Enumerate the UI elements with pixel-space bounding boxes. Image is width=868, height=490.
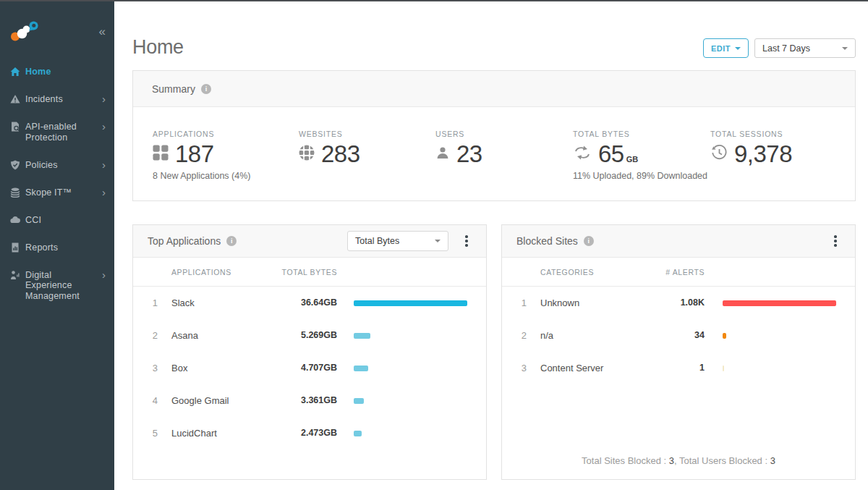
stat-users: USERS 23 [435,130,573,181]
chevron-right-icon: › [102,187,106,198]
row-name: n/a [540,319,553,352]
row-value: 3.361GB [245,384,337,417]
sidebar-nav: Home Incidents › API-enabled Protection … [0,67,114,318]
table-row[interactable]: 1Slack36.64GB [133,287,486,319]
row-rank: 2 [515,319,527,352]
chevron-right-icon: › [102,160,106,170]
sidebar-item-label: Home [25,67,51,77]
row-rank: 3 [146,352,158,384]
row-bar [354,333,370,339]
stat-label: USERS [435,130,573,138]
summary-title: Summary [152,83,195,95]
table-row[interactable]: 4Google Gmail3.361GB [133,384,486,417]
page-title: Home [132,36,184,59]
blocked-sites-footer: Total Sites Blocked : 3, Total Users Blo… [502,455,855,466]
blocked-sites-card: Blocked Sites i CATEGORIES # ALERTS 1Unk… [501,224,856,480]
caret-down-icon [735,47,741,50]
table-row[interactable]: 3Content Server1 [502,352,855,384]
user-icon [435,145,450,163]
database-icon [10,187,20,198]
globe-icon [299,145,315,164]
column-header-total-bytes: TOTAL BYTES [245,268,337,276]
table-row[interactable]: 5LucidChart2.473GB [133,417,486,449]
stat-total-sessions: TOTAL SESSIONS 9,378 [710,130,855,181]
info-icon[interactable]: i [201,84,211,94]
netskope-logo[interactable] [10,20,39,45]
row-value: 34 [614,319,705,352]
row-bar [354,300,467,306]
grid-icon [153,145,169,164]
row-rank: 2 [146,319,158,352]
column-header-applications: APPLICATIONS [171,268,231,276]
row-name: Google Gmail [171,384,229,417]
top-applications-header: Top Applications i Total Bytes [133,225,486,258]
sidebar-item-label: Incidents [25,94,63,105]
row-name: Slack [171,287,195,319]
stat-label: TOTAL SESSIONS [710,130,855,138]
sidebar-item-label: Reports [25,242,58,253]
sidebar-item-policies[interactable]: Policies › [0,160,114,171]
table-row[interactable]: 2Asana5.269GB [133,319,486,352]
table-row[interactable]: 2n/a34 [502,319,855,352]
caret-down-icon [435,240,441,242]
caret-down-icon [842,47,848,50]
row-value: 1.08K [614,287,705,319]
alert-triangle-icon [10,94,20,104]
column-header-alerts: # ALERTS [614,268,705,276]
metric-select[interactable]: Total Bytes [347,231,448,251]
row-rank: 3 [515,352,527,384]
kebab-menu-icon[interactable] [460,235,473,247]
metric-select-value: Total Bytes [355,236,399,246]
sidebar-item-label: Skope IT™ [25,187,72,198]
row-bar [354,398,364,404]
row-name: Box [171,352,187,384]
sidebar-item-label: Digital Experience Management [25,270,88,302]
info-icon[interactable]: i [226,236,237,246]
info-icon[interactable]: i [584,236,594,246]
chevron-right-icon: › [102,270,106,280]
sidebar-item-reports[interactable]: Reports [0,242,114,253]
top-applications-card: Top Applications i Total Bytes APPLICATI… [132,224,487,480]
row-name: Asana [171,319,198,352]
row-bar [354,431,362,436]
person-signal-icon [10,270,20,280]
table-row[interactable]: 3Box4.707GB [133,352,486,384]
edit-button[interactable]: EDIT [703,38,749,58]
row-value: 5.269GB [245,319,337,352]
sidebar-item-cci[interactable]: CCI [0,215,114,226]
sidebar: « Home Incidents › API-enabled Protectio… [0,0,114,490]
stat-value: 283 [321,140,360,168]
stat-value: 187 [175,140,214,168]
top-applications-title: Top Applications [148,235,221,247]
sidebar-item-digital-experience-management[interactable]: Digital Experience Management › [0,270,114,302]
blocked-sites-title: Blocked Sites [516,235,578,247]
stat-sub: 11% Uploaded, 89% Downloaded [573,171,710,181]
date-range-value: Last 7 Days [762,43,810,54]
top-applications-rows: 1Slack36.64GB2Asana5.269GB3Box4.707GB4Go… [133,287,486,449]
column-header-categories: CATEGORIES [540,268,594,276]
main-content: Home EDIT Last 7 Days Summary i APPLICAT… [114,0,868,490]
kebab-menu-icon[interactable] [829,235,842,247]
chevron-right-icon: › [102,94,106,104]
sidebar-item-label: CCI [25,215,41,226]
stat-value: 9,378 [734,140,792,168]
row-value: 1 [614,352,705,384]
stat-label: APPLICATIONS [153,130,299,138]
stat-label: WEBSITES [299,130,435,138]
table-row[interactable]: 1Unknown1.08K [502,287,855,319]
sidebar-collapse-icon[interactable]: « [99,25,106,39]
row-bar [723,333,726,339]
sidebar-item-incidents[interactable]: Incidents › [0,94,114,105]
date-range-select[interactable]: Last 7 Days [754,38,856,58]
row-name: Unknown [540,287,579,319]
row-rank: 4 [146,384,158,417]
sidebar-item-skope-it[interactable]: Skope IT™ › [0,187,114,198]
sidebar-item-api-enabled-protection[interactable]: API-enabled Protection › [0,122,114,143]
stat-websites: WEBSITES 283 [299,130,435,181]
row-bar [723,366,724,371]
sidebar-item-label: Policies [25,160,58,171]
blocked-sites-rows: 1Unknown1.08K2n/a343Content Server1 [502,287,855,384]
row-name: Content Server [540,352,603,384]
sidebar-item-home[interactable]: Home [0,67,114,77]
document-search-icon [10,122,20,132]
